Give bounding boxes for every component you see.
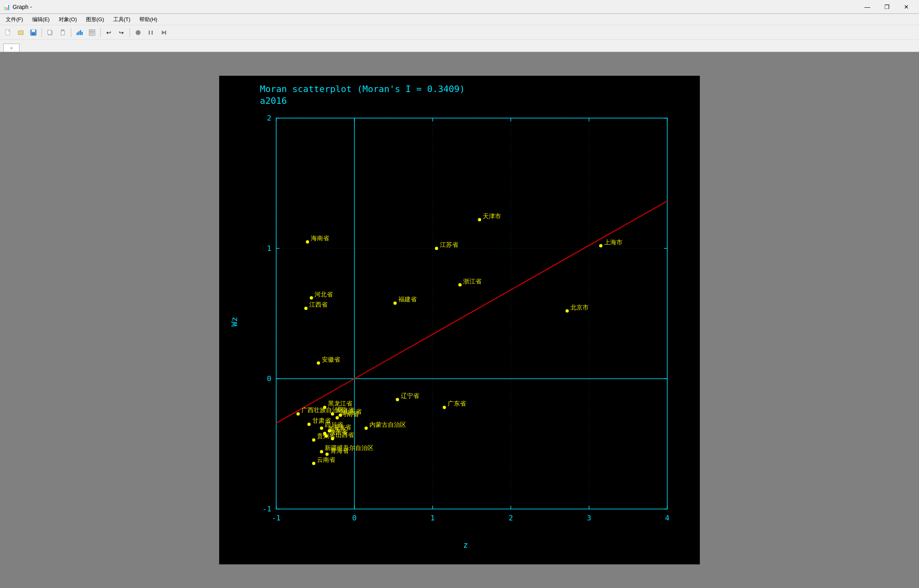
svg-text:海南省: 海南省 bbox=[311, 235, 329, 241]
svg-text:内蒙古自治区: 内蒙古自治区 bbox=[369, 421, 406, 428]
svg-text:-1: -1 bbox=[272, 513, 281, 522]
save-button[interactable] bbox=[28, 27, 39, 38]
svg-text:-1: -1 bbox=[262, 505, 271, 513]
new-button[interactable] bbox=[2, 27, 14, 38]
x-axis-label: z bbox=[463, 540, 468, 550]
svg-point-97 bbox=[308, 423, 311, 426]
svg-point-17 bbox=[136, 30, 141, 35]
chart-svg: -101234-1012上海市天津市江苏省浙江省北京市福建省海南省河北省江西省安… bbox=[248, 110, 684, 533]
window-title: Graph - bbox=[13, 4, 32, 10]
svg-text:北京市: 北京市 bbox=[570, 304, 589, 311]
svg-rect-6 bbox=[61, 31, 64, 35]
svg-text:浙江省: 浙江省 bbox=[463, 278, 481, 285]
svg-point-101 bbox=[365, 427, 368, 430]
svg-point-107 bbox=[312, 438, 315, 441]
paste-button[interactable] bbox=[57, 27, 68, 38]
svg-text:1: 1 bbox=[267, 244, 271, 252]
svg-text:2: 2 bbox=[267, 114, 271, 122]
svg-text:山西省: 山西省 bbox=[336, 432, 354, 438]
svg-point-109 bbox=[325, 434, 328, 438]
graph-window: Moran scatterplot (Moran's I = 0.3409) a… bbox=[219, 76, 700, 564]
menu-edit[interactable]: 编辑(E) bbox=[28, 15, 54, 24]
svg-text:上海市: 上海市 bbox=[604, 239, 622, 246]
svg-rect-18 bbox=[149, 31, 150, 35]
svg-point-75 bbox=[565, 309, 569, 313]
svg-text:0: 0 bbox=[267, 374, 271, 383]
svg-point-71 bbox=[435, 247, 438, 250]
svg-point-99 bbox=[320, 427, 323, 430]
minimize-button[interactable]: — bbox=[858, 0, 877, 14]
svg-text:青海省: 青海省 bbox=[330, 448, 349, 454]
chart-button[interactable] bbox=[74, 27, 85, 38]
pause-button[interactable] bbox=[145, 27, 156, 38]
svg-rect-9 bbox=[78, 31, 79, 35]
close-button[interactable]: ✕ bbox=[897, 0, 916, 14]
svg-text:1: 1 bbox=[431, 513, 435, 522]
svg-point-83 bbox=[304, 307, 308, 310]
main-content: Moran scatterplot (Moran's I = 0.3409) a… bbox=[0, 52, 919, 588]
svg-rect-12 bbox=[89, 30, 95, 35]
svg-text:4: 4 bbox=[665, 513, 670, 522]
table-button[interactable] bbox=[86, 27, 98, 38]
svg-point-87 bbox=[396, 398, 399, 401]
svg-rect-3 bbox=[32, 33, 35, 35]
svg-point-113 bbox=[325, 453, 329, 456]
svg-rect-2 bbox=[32, 30, 35, 32]
play-button[interactable] bbox=[158, 27, 169, 38]
svg-point-111 bbox=[320, 450, 323, 453]
svg-text:2: 2 bbox=[509, 513, 513, 522]
svg-text:云南省: 云南省 bbox=[317, 456, 335, 463]
svg-rect-7 bbox=[62, 30, 64, 31]
title-bar: 📊 Graph - — ❐ ✕ bbox=[0, 0, 919, 14]
svg-point-77 bbox=[394, 301, 397, 305]
svg-point-85 bbox=[317, 362, 320, 365]
svg-point-89 bbox=[443, 406, 446, 409]
svg-text:黑龙江省: 黑龙江省 bbox=[328, 400, 352, 407]
svg-marker-20 bbox=[162, 31, 165, 35]
svg-point-73 bbox=[458, 283, 462, 287]
svg-point-81 bbox=[310, 296, 313, 300]
app-icon: 📊 bbox=[3, 4, 10, 10]
svg-point-67 bbox=[599, 244, 602, 248]
svg-rect-22 bbox=[252, 110, 679, 533]
undo-button[interactable]: ↩ bbox=[103, 27, 114, 38]
svg-point-119 bbox=[336, 416, 339, 419]
svg-text:广东省: 广东省 bbox=[448, 400, 466, 407]
svg-point-115 bbox=[312, 462, 315, 465]
svg-rect-10 bbox=[80, 30, 81, 35]
svg-point-95 bbox=[331, 412, 334, 415]
svg-text:3: 3 bbox=[587, 513, 591, 522]
chart-subtitle: a2016 bbox=[248, 96, 684, 106]
redo-button[interactable]: ↪ bbox=[116, 27, 127, 38]
svg-point-93 bbox=[297, 412, 300, 415]
stop-button[interactable] bbox=[132, 27, 144, 38]
svg-marker-21 bbox=[165, 31, 166, 35]
svg-rect-8 bbox=[77, 33, 78, 35]
chart-area: Wz z -101234-1012上海市天津市江苏省浙江省北京市福建省海南省河北… bbox=[248, 110, 684, 533]
svg-rect-11 bbox=[81, 32, 83, 35]
svg-point-79 bbox=[306, 240, 309, 244]
tab-bar: × bbox=[0, 40, 919, 52]
menu-help[interactable]: 帮助(H) bbox=[135, 15, 161, 24]
menu-graph[interactable]: 图形(G) bbox=[82, 15, 108, 24]
svg-point-69 bbox=[478, 218, 481, 222]
menu-tools[interactable]: 工具(T) bbox=[109, 15, 135, 24]
y-axis-label: Wz bbox=[229, 317, 239, 327]
svg-text:福建省: 福建省 bbox=[398, 296, 417, 303]
svg-text:安徽省: 安徽省 bbox=[322, 356, 340, 363]
open-button[interactable] bbox=[15, 27, 26, 38]
maximize-button[interactable]: ❐ bbox=[877, 0, 896, 14]
svg-text:0: 0 bbox=[352, 513, 357, 522]
menu-object[interactable]: 对象(O) bbox=[55, 15, 81, 24]
graph-tab[interactable]: × bbox=[3, 44, 20, 52]
copy-button[interactable] bbox=[44, 27, 56, 38]
svg-text:河北省: 河北省 bbox=[314, 291, 333, 298]
svg-point-121 bbox=[339, 414, 342, 417]
toolbar: ↩ ↪ bbox=[0, 25, 919, 40]
svg-text:山东省: 山东省 bbox=[343, 408, 362, 415]
svg-text:江西省: 江西省 bbox=[309, 301, 328, 308]
svg-rect-19 bbox=[152, 31, 153, 35]
svg-rect-5 bbox=[48, 30, 51, 34]
tab-close-icon[interactable]: × bbox=[10, 46, 13, 50]
menu-file[interactable]: 文件(F) bbox=[2, 15, 27, 24]
